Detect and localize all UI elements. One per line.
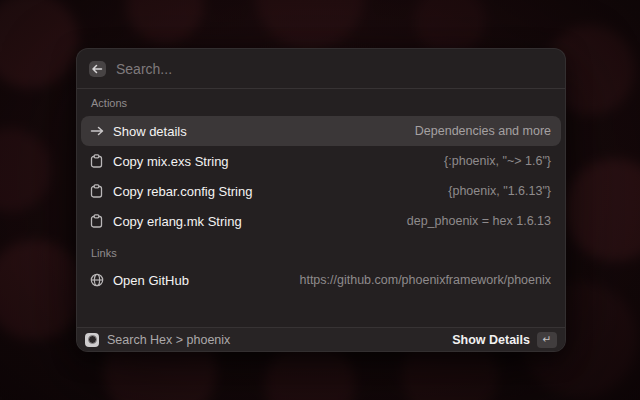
status-bar: Search Hex > phoenix Show Details ↵ <box>77 327 565 351</box>
clipboard-icon <box>89 184 104 199</box>
list-item-label: Copy rebar.config String <box>113 184 252 199</box>
section-header-actions: Actions <box>91 97 551 110</box>
list-item-show-details[interactable]: Show details Dependencies and more <box>81 116 561 146</box>
list-item-hint: dep_phoenix = hex 1.6.13 <box>407 214 551 228</box>
search-bar <box>77 49 565 88</box>
list-item-label: Copy erlang.mk String <box>113 214 242 229</box>
list-item-hint: {:phoenix, "~> 1.6"} <box>444 154 551 168</box>
breadcrumb: Search Hex > phoenix <box>107 333 230 347</box>
list-item-open-github[interactable]: Open GitHub https://github.com/phoenixfr… <box>81 265 561 295</box>
list-item-copy-rebar-config[interactable]: Copy rebar.config String {phoenix, "1.6.… <box>81 176 561 206</box>
list-item-hint: https://github.com/phoenixframework/phoe… <box>299 273 551 287</box>
list-item-label: Open GitHub <box>113 273 189 288</box>
back-arrow-icon <box>92 64 103 74</box>
search-input[interactable] <box>116 61 553 77</box>
results-list: Actions Show details Dependencies and mo… <box>77 89 565 327</box>
list-item-label: Show details <box>113 124 187 139</box>
list-item-copy-mix-exs[interactable]: Copy mix.exs String {:phoenix, "~> 1.6"} <box>81 146 561 176</box>
list-item-hint: {phoenix, "1.6.13"} <box>448 184 551 198</box>
list-item-hint: Dependencies and more <box>415 124 551 138</box>
clipboard-icon <box>89 154 104 169</box>
list-item-copy-erlang-mk[interactable]: Copy erlang.mk String dep_phoenix = hex … <box>81 206 561 236</box>
command-palette-window: Actions Show details Dependencies and mo… <box>76 48 566 352</box>
globe-icon <box>89 273 104 288</box>
list-item-label: Copy mix.exs String <box>113 154 229 169</box>
show-details-action-button[interactable]: Show Details <box>452 333 530 347</box>
arrow-right-icon <box>89 124 104 139</box>
back-button[interactable] <box>89 61 106 77</box>
section-header-links: Links <box>91 247 551 260</box>
return-key-icon: ↵ <box>537 332 557 348</box>
hex-extension-icon <box>85 333 99 347</box>
clipboard-icon <box>89 214 104 229</box>
